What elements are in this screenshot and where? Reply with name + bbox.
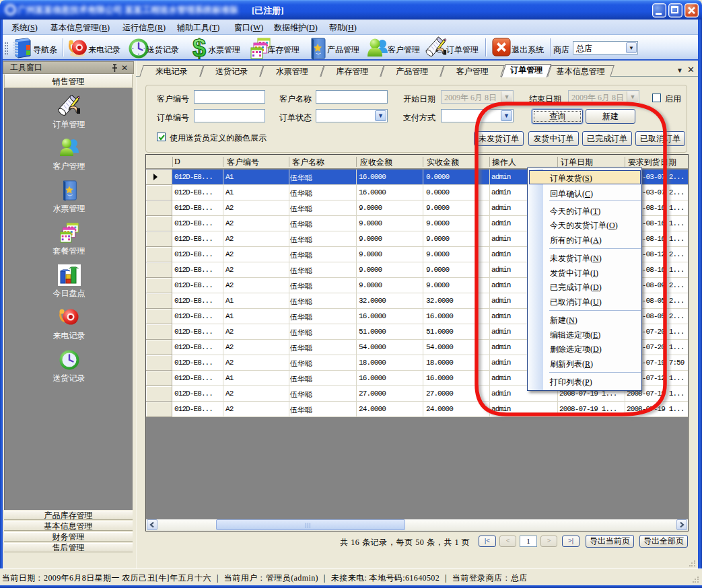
svg-text:$: $	[192, 36, 206, 61]
